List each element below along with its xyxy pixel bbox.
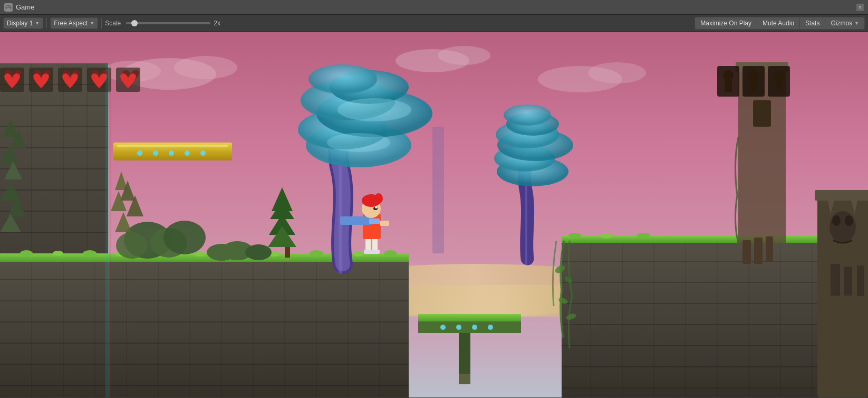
window-title: Game xyxy=(16,3,34,11)
divider-2 xyxy=(101,18,102,29)
scale-container: Scale 2x xyxy=(105,20,220,27)
gizmos-button[interactable]: Gizmos ▼ xyxy=(825,17,865,30)
svg-rect-182 xyxy=(775,80,783,92)
svg-point-73 xyxy=(185,150,190,156)
svg-rect-153 xyxy=(754,238,763,264)
svg-point-2 xyxy=(174,56,237,79)
svg-point-115 xyxy=(327,133,390,152)
svg-rect-146 xyxy=(831,264,840,296)
svg-point-66 xyxy=(353,251,364,257)
display-chevron: ▼ xyxy=(35,21,40,26)
svg-rect-148 xyxy=(857,266,864,296)
scale-label: Scale xyxy=(105,20,121,27)
toolbar: Display 1 ▼ Free Aspect ▼ Scale 2x Maxim… xyxy=(0,15,868,32)
resize-button[interactable]: ≡ xyxy=(856,4,864,11)
aspect-chevron: ▼ xyxy=(90,21,94,26)
svg-rect-157 xyxy=(364,250,372,254)
svg-point-114 xyxy=(337,98,411,121)
svg-point-125 xyxy=(116,232,148,259)
svg-rect-130 xyxy=(285,247,290,258)
svg-point-132 xyxy=(245,244,272,260)
game-scene-svg xyxy=(0,32,868,397)
svg-point-166 xyxy=(374,193,383,204)
svg-point-65 xyxy=(310,250,323,257)
game-viewport xyxy=(0,32,868,397)
svg-point-103 xyxy=(456,325,461,330)
svg-rect-101 xyxy=(418,314,521,321)
svg-rect-183 xyxy=(105,63,110,397)
svg-point-143 xyxy=(845,215,853,226)
svg-point-113 xyxy=(308,64,377,94)
svg-point-67 xyxy=(384,250,397,257)
svg-point-71 xyxy=(153,150,158,156)
divider-1 xyxy=(46,18,47,29)
svg-rect-151 xyxy=(753,100,771,127)
svg-point-95 xyxy=(636,233,650,238)
mute-audio-button[interactable]: Mute Audio xyxy=(757,17,799,30)
svg-point-177 xyxy=(723,70,734,81)
maximize-on-play-button[interactable]: Maximize On Play xyxy=(695,17,757,30)
svg-point-59 xyxy=(83,250,97,257)
svg-point-179 xyxy=(748,70,759,81)
svg-rect-158 xyxy=(371,250,380,254)
svg-rect-184 xyxy=(110,63,111,397)
title-bar: 🎮 Game ≡ xyxy=(0,0,868,15)
gizmos-chevron: ▼ xyxy=(854,21,859,26)
svg-point-93 xyxy=(568,233,581,238)
display-label: Display 1 xyxy=(7,20,33,27)
aspect-select[interactable]: Free Aspect ▼ xyxy=(50,17,98,29)
game-icon: 🎮 xyxy=(4,3,13,12)
svg-rect-152 xyxy=(742,240,751,264)
svg-rect-106 xyxy=(459,333,470,375)
svg-point-121 xyxy=(504,105,551,126)
svg-point-62 xyxy=(195,251,206,257)
svg-point-104 xyxy=(472,325,477,330)
svg-point-72 xyxy=(169,150,174,156)
stats-button[interactable]: Stats xyxy=(799,17,825,30)
svg-rect-140 xyxy=(815,190,868,201)
svg-rect-147 xyxy=(844,267,852,296)
svg-rect-69 xyxy=(117,145,228,147)
svg-rect-154 xyxy=(766,236,773,262)
svg-rect-107 xyxy=(459,374,470,384)
aspect-label: Free Aspect xyxy=(54,20,88,27)
svg-point-5 xyxy=(438,46,490,65)
svg-point-141 xyxy=(830,211,856,243)
svg-point-142 xyxy=(832,215,841,226)
svg-point-74 xyxy=(200,150,206,156)
svg-rect-180 xyxy=(750,80,757,92)
svg-point-102 xyxy=(440,325,446,330)
svg-point-70 xyxy=(137,150,142,156)
title-bar-controls: ≡ xyxy=(856,4,864,11)
svg-point-94 xyxy=(601,233,612,239)
scale-slider[interactable] xyxy=(126,22,210,24)
svg-rect-10 xyxy=(432,127,444,253)
svg-rect-162 xyxy=(369,219,380,224)
svg-point-124 xyxy=(163,221,206,254)
svg-rect-161 xyxy=(340,216,372,225)
scale-value: 2x xyxy=(214,20,220,27)
scale-slider-thumb[interactable] xyxy=(131,20,138,26)
svg-point-133 xyxy=(207,244,236,261)
svg-point-57 xyxy=(20,250,33,257)
svg-point-181 xyxy=(774,70,784,81)
svg-rect-178 xyxy=(725,80,732,92)
svg-point-7 xyxy=(588,62,646,83)
svg-point-105 xyxy=(488,325,493,330)
display-select[interactable]: Display 1 ▼ xyxy=(3,17,43,29)
svg-point-168 xyxy=(375,206,377,209)
svg-point-58 xyxy=(53,251,63,256)
toolbar-right: Maximize On Play Mute Audio Stats Gizmos… xyxy=(695,17,865,30)
svg-rect-163 xyxy=(380,221,389,226)
